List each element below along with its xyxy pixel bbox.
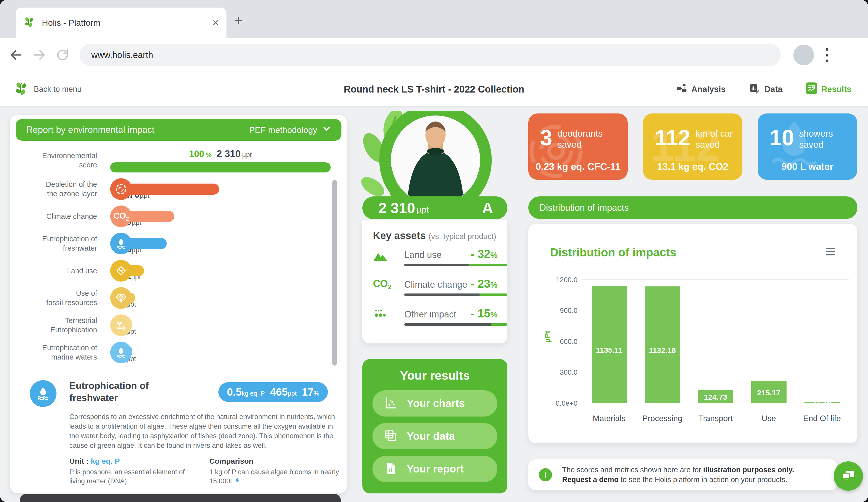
product-score-pill: 2 310 µpt A [362,196,507,219]
data-icon [749,82,760,96]
key-assets-subtitle: (vs. typical product) [428,232,496,241]
new-tab-button[interactable]: + [235,13,243,28]
x-axis-labels: MaterialsProcessingTransportUseEnd Of li… [582,407,849,423]
impact-row-land-use: Land use 7% 211µpt [25,257,141,284]
close-tab-icon[interactable]: × [212,17,219,28]
stat-card-deodorants: 3 deodorantssaved 0.23 kg eq. CFC-11 [528,114,628,180]
distribution-header: Distribution of impacts [528,196,857,219]
results-icon [806,82,817,96]
report-header-title: Report by environmental impact [26,125,154,135]
stat-value: 112 [655,127,691,149]
bar-use[interactable]: 215.17 [751,381,787,403]
disclaimer-card: i The scores and metrics shown here are … [528,459,837,490]
browser-toolbar: www.holis.earth [0,38,868,72]
methodology-dropdown[interactable]: PEF methodology [249,125,331,135]
browser-menu-icon[interactable] [826,48,828,62]
scrollbar[interactable] [332,180,337,366]
holis-favicon-icon [23,16,35,29]
distribution-chart-card: Distribution of impacts 1200.0 900.0 600… [528,224,857,443]
impact-row-terrestrial: TerrestrialEutrophication <1% 44µpt [25,312,136,339]
forward-icon[interactable] [32,48,46,62]
tab-analysis[interactable]: Analysis [676,82,726,96]
mountains-icon [373,251,388,263]
key-assets-card: Key assets (vs. typical product) Land us… [362,220,507,343]
comparison-label: Comparison [209,457,254,466]
unit-label: Unit : [69,457,89,465]
score-value: 2 310 [379,199,415,216]
sprout-drop-icon [110,314,132,336]
bar-chart-plot: 1135.11 1132.18 124.73 215.17 11.16 [582,279,849,403]
browser-window: Holis - Platform × + www.holis.earth Bac… [0,0,868,502]
impact-row-environmental-score: Environnementalscore 100 % 2 310 µpt [25,145,331,176]
report-panel: Report by environmental impact PEF metho… [10,115,347,493]
stat-value: 10 [769,127,794,149]
browser-tab[interactable]: Holis - Platform × [16,8,226,38]
stat-footer: 0.23 kg eq. CFC-11 [528,161,628,172]
detail-description: Corresponds to an excessive enrichment o… [69,412,338,450]
water-drop-waves-icon [110,233,132,254]
next-section-peek [20,494,341,502]
bar-materials[interactable]: 1135.11 [592,286,627,403]
y-tick: 0.0e+0 [542,399,578,407]
impact-row-freshwater: Eutrophication offreshwater 17% 465µpt [25,230,141,257]
profile-avatar[interactable] [793,45,814,65]
score-unit: µpt [416,205,429,215]
unit-value[interactable]: kg eq. P [91,457,120,465]
y-tick: 300.0 [542,368,578,376]
app-header: Back to menu Round neck LS T-shirt - 202… [0,72,868,106]
comparison-text: 1 kg of P can cause algae blooms in near… [209,468,340,485]
report-doc-icon [372,461,398,477]
co2-icon: CO2 [373,278,391,291]
stat-footer: 13.1 kg eq. CO2 [643,161,742,172]
impact-row-fossil: Use offossil resources 3% 94µpt [25,284,136,312]
scatter-chart-icon [372,396,398,411]
key-assets-title: Key assets [373,230,426,241]
water-drop-waves-icon [110,342,132,363]
environmental-score-bar [110,163,331,172]
your-charts-button[interactable]: Your charts [372,390,497,417]
tab-strip: Holis - Platform × + [0,0,868,38]
chevron-down-icon [322,125,331,135]
report-panel-header: Report by environmental impact PEF metho… [16,119,341,141]
stat-card-showers: 10 showerssaved 900 L water [758,114,857,180]
tab-results[interactable]: Results [806,82,851,96]
gem-icon [110,287,132,309]
stat-footer: 900 L water [758,161,857,172]
bar-transport[interactable]: 124.73 [698,390,733,403]
droplet-icon [234,477,240,485]
your-results-panel: Your results Your charts Your data Your … [362,359,507,493]
unit-description: P is phoshore, an essential element of l… [69,468,188,485]
tab-data[interactable]: Data [749,82,783,96]
chat-bubbles-icon [840,468,856,484]
water-drop-waves-icon [30,380,56,407]
co2-icon: CO2 [110,206,132,227]
your-report-button[interactable]: Your report [372,456,497,482]
your-results-title: Your results [362,369,507,383]
y-tick: 900.0 [542,306,578,315]
detail-title: Eutrophication offreshwater [69,380,149,404]
url-bar[interactable]: www.holis.earth [80,44,781,66]
y-tick: 1200.0 [542,276,578,284]
analysis-icon [676,82,688,96]
field-icon [110,260,132,282]
bar-processing[interactable]: 1132.18 [645,286,680,403]
back-icon[interactable] [9,48,23,62]
tab-title: Holis - Platform [42,18,212,28]
detail-metrics-pill: 0.5kg eq. P 465µpt 17% [218,382,328,402]
info-icon: i [539,468,552,481]
url-text: www.holis.earth [91,50,153,60]
chart-menu-icon[interactable] [826,248,835,255]
grade-badge: A [482,199,493,217]
reload-icon[interactable] [55,48,70,62]
stat-card-car-km: 112 112 km of carsaved 13.1 kg eq. CO2 [643,114,742,180]
your-data-button[interactable]: Your data [372,423,497,449]
impact-row-marine: Eutrophication ofmarine waters <1% 26µpt [25,339,136,366]
impact-row-ozone: Depletion of thethe ozone layer 54% 1 17… [25,176,149,203]
dots-icon [373,308,388,320]
table-icon [372,429,398,444]
chart-title: Distribution of impacts [550,245,676,259]
y-axis-label: µPt [543,331,552,342]
chat-button[interactable] [834,461,863,491]
bar-end-of-life[interactable]: 11.16 [805,402,840,403]
impact-row-climate: Climate change CO2 19% 570µpt [25,203,141,230]
